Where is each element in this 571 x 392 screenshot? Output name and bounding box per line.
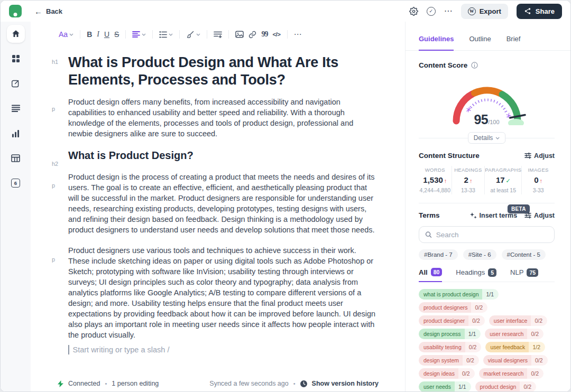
italic-button[interactable]: I — [97, 30, 99, 39]
image-button[interactable] — [235, 31, 244, 38]
tab-guidelines[interactable]: Guidelines — [419, 35, 454, 51]
divider — [419, 203, 555, 203]
link-button[interactable] — [248, 31, 256, 39]
paragraph-text[interactable]: Product designers use various tools and … — [68, 245, 377, 340]
share-button[interactable]: Share — [517, 4, 562, 19]
stat-range: 4,244–4,880 — [419, 187, 452, 193]
details-button[interactable]: Details — [468, 132, 506, 144]
toolbar-divider — [228, 30, 229, 39]
sidebar-item-table[interactable] — [7, 149, 25, 167]
editor-placeholder[interactable]: Start writing or type a slash / — [68, 345, 405, 354]
insert-block-button[interactable] — [214, 31, 222, 38]
app-logo-icon[interactable] — [9, 5, 22, 17]
tab-outline[interactable]: Outline — [469, 35, 491, 50]
term-label: visual designers — [483, 355, 531, 366]
tab-brief[interactable]: Brief — [506, 35, 521, 50]
wordpress-icon: W — [468, 7, 476, 15]
filter-tab-all[interactable]: All 80 — [419, 268, 442, 282]
info-icon[interactable] — [471, 62, 478, 69]
version-history-button[interactable]: Show version history — [312, 380, 379, 387]
terms-search — [419, 226, 555, 243]
toolbar-more-button[interactable]: ⋯ — [294, 30, 302, 39]
quote-button[interactable]: 99 — [261, 30, 268, 39]
term-chip[interactable]: market research 0/2 — [479, 368, 544, 379]
count-badge: 75 — [527, 268, 538, 277]
align-dropdown[interactable] — [132, 31, 146, 38]
text-style-dropdown[interactable]: Aa — [59, 30, 73, 39]
sidebar-item-paragraphs[interactable] — [7, 99, 25, 117]
sidebar-item-apps[interactable] — [7, 50, 25, 68]
bold-button[interactable]: B — [87, 30, 92, 39]
check-circle-icon[interactable]: ✓ — [427, 7, 436, 16]
search-input[interactable] — [436, 231, 548, 239]
sidebar-item-six[interactable]: 6 — [7, 174, 25, 192]
hash-chip[interactable]: #Site - 6 — [463, 249, 496, 260]
term-chip[interactable]: visual designers 0/2 — [483, 355, 548, 366]
document-title[interactable]: What is Product Design and What Are Its … — [68, 54, 383, 89]
stat-column: WORDS 1,530 4,244–4,880 — [419, 166, 452, 194]
term-label: design ideas — [419, 368, 458, 379]
term-chip[interactable]: what is product design 1/1 — [419, 289, 499, 300]
toolbar-divider — [287, 30, 288, 39]
code-button[interactable]: </> — [272, 31, 280, 38]
term-label: user interface — [489, 315, 531, 326]
filter-tab-headings[interactable]: Headings 5 — [456, 268, 496, 282]
filter-tab-nlp[interactable]: NLP 75 — [510, 268, 538, 282]
paragraph-block[interactable]: p Product design is the process of creat… — [68, 172, 405, 235]
stat-value: 2 — [452, 175, 485, 184]
sparkle-plus-icon — [469, 212, 477, 219]
sidebar-item-compose[interactable] — [7, 74, 25, 92]
term-count: 1/1 — [455, 381, 471, 392]
search-icon — [425, 231, 432, 238]
more-menu-button[interactable]: ⋯ — [444, 7, 453, 15]
hash-chip[interactable]: #Content - 5 — [502, 249, 546, 260]
grid-icon — [12, 54, 20, 63]
term-chip[interactable]: user feedback 1/2 — [485, 342, 545, 352]
list-dropdown[interactable] — [159, 31, 173, 38]
document-body[interactable]: h1 What is Product Design and What Are I… — [31, 49, 405, 357]
term-label: design process — [419, 329, 465, 339]
term-chip[interactable]: design process 1/1 — [419, 329, 481, 339]
term-label: usability testing — [419, 342, 465, 352]
sidebar-item-home[interactable] — [7, 25, 25, 43]
stat-range: 3-33 — [522, 187, 555, 193]
term-chip[interactable]: user research 0/2 — [485, 329, 544, 339]
structure-adjust-button[interactable]: Adjust — [524, 152, 555, 160]
paragraph-block[interactable]: p Product designers use various tools an… — [68, 245, 405, 340]
export-button[interactable]: W Export — [461, 4, 508, 19]
hash-chip[interactable]: #Brand - 7 — [419, 249, 458, 260]
term-label: product designers — [419, 302, 471, 313]
share-icon — [524, 7, 531, 15]
heading1-block[interactable]: h1 What is Product Design and What Are I… — [68, 54, 405, 89]
back-arrow-icon: ← — [34, 7, 42, 16]
lines-icon — [12, 105, 20, 112]
term-chip[interactable]: user needs 1/1 — [419, 381, 471, 392]
paragraph-text[interactable]: Product design is the process of creatin… — [68, 172, 377, 235]
paragraph-block[interactable]: p Product design offers many benefits, f… — [68, 97, 405, 139]
heading2-block[interactable]: h2 What is Product Design? — [68, 149, 405, 162]
format-brush-dropdown[interactable] — [186, 31, 200, 39]
term-count: 0/2 — [531, 315, 547, 326]
term-chip[interactable]: product designers 0/2 — [419, 302, 487, 313]
paragraph-text[interactable]: Product design offers many benefits, fro… — [68, 97, 377, 139]
term-count: 0/2 — [527, 329, 544, 339]
term-chip[interactable]: user interface 0/2 — [489, 315, 547, 326]
chevron-down-icon — [69, 33, 73, 36]
term-chip[interactable]: product designer 0/2 — [419, 315, 485, 326]
panel-tabs: Guidelines Outline Brief — [406, 22, 570, 51]
sidebar-item-analytics[interactable] — [7, 124, 25, 142]
underline-button[interactable]: U — [104, 30, 109, 39]
term-chip[interactable]: design ideas 0/2 — [419, 368, 475, 379]
terms-adjust-button[interactable]: Adjust — [524, 212, 555, 219]
term-chip[interactable]: product design 0/2 — [475, 381, 537, 392]
term-chip[interactable]: design system 0/2 — [419, 355, 479, 366]
toolbar-divider — [152, 30, 153, 39]
term-label: user feedback — [485, 342, 529, 352]
back-button[interactable]: ← Back — [34, 7, 62, 16]
term-chip[interactable]: usability testing 0/2 — [419, 342, 481, 352]
term-count: 0/2 — [471, 302, 487, 313]
settings-gear-icon[interactable] — [409, 7, 418, 16]
stat-column: IMAGES 0 3-33 — [521, 166, 555, 194]
section-heading[interactable]: What is Product Design? — [68, 149, 405, 162]
strikethrough-button[interactable]: S — [114, 30, 119, 39]
